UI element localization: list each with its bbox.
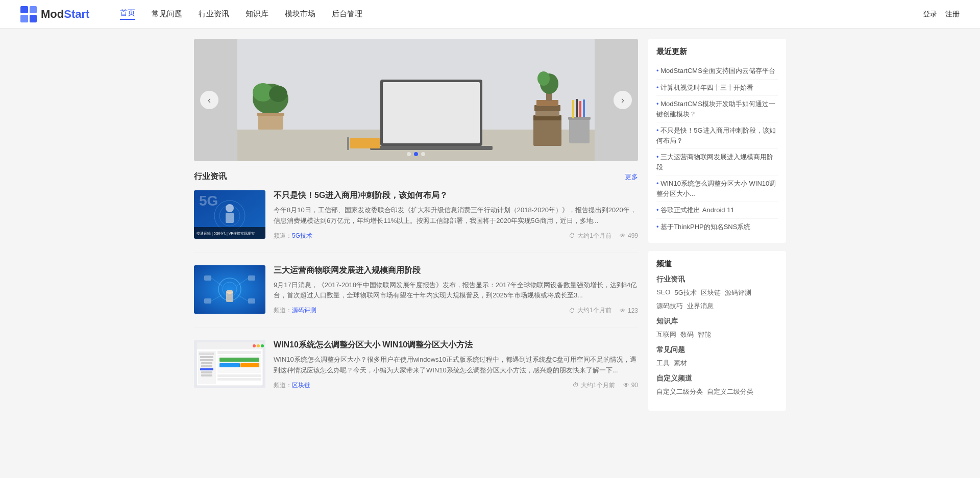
svg-rect-44 — [248, 275, 255, 281]
logo-icon — [20, 6, 37, 22]
channel-tag-seo[interactable]: SEO — [656, 288, 670, 297]
nav-home[interactable]: 首页 — [120, 8, 135, 20]
channel-tag-2[interactable]: 源码评测 — [292, 307, 316, 314]
logo-sq4 — [30, 15, 37, 22]
nav-market[interactable]: 模块市场 — [285, 9, 315, 19]
svg-rect-23 — [568, 117, 591, 120]
channel-tags-knowledge: 互联网 数码 智能 — [656, 330, 778, 339]
article-desc-2: 9月17日消息，《2017-2018年中国物联网发展年度报告》发布，报告显示：2… — [274, 280, 638, 301]
recent-link-3[interactable]: ModStartCMS模块开发助手如何通过一键创建模块？ — [656, 99, 778, 119]
logo-text-start: Start — [64, 8, 89, 21]
main-nav: 首页 常见问题 行业资讯 知识库 模块市场 后台管理 — [120, 8, 923, 20]
article-thumb-1: 5G 交通运输 | 5G时代 | VR连接实现现实 — [194, 190, 265, 239]
channel-tag-codetips[interactable]: 源码技巧 — [656, 301, 683, 311]
carousel-prev-button[interactable]: ‹ — [200, 91, 218, 109]
nav-knowledge[interactable]: 知识库 — [246, 9, 268, 19]
channel-section: 频道 行业资讯 SEO 5G技术 区块链 源码评测 源码技巧 业界消息 知识库 … — [648, 251, 786, 411]
register-button[interactable]: 注册 — [945, 10, 960, 19]
article-info-2: ⏱ 大约1个月前 👁 123 — [569, 306, 638, 315]
svg-point-57 — [261, 344, 264, 347]
article-meta-2: 频道：源码评测 ⏱ 大约1个月前 👁 123 — [274, 306, 638, 315]
article-title-1[interactable]: 不只是快！5G进入商用冲刺阶段，该如何布局？ — [274, 190, 638, 201]
list-item: ModStartCMS模块开发助手如何通过一键创建模块？ — [656, 96, 778, 122]
recent-link-8[interactable]: 基于ThinkPHP的知名SNS系统 — [656, 222, 778, 232]
thumb-win10-image — [194, 340, 265, 388]
svg-rect-62 — [201, 362, 212, 364]
channel-tag-1[interactable]: 5G技术 — [292, 232, 312, 239]
svg-rect-46 — [248, 298, 255, 304]
channel-tag-tools[interactable]: 工具 — [656, 359, 670, 368]
article-time-2: ⏱ 大约1个月前 — [569, 306, 611, 315]
clock-icon: ⏱ — [569, 307, 575, 314]
svg-point-21 — [537, 71, 550, 86]
article-meta-1: 频道：5G技术 ⏱ 大约1个月前 👁 499 — [274, 232, 638, 240]
channel-tags-industry: SEO 5G技术 区块链 源码评测 源码技巧 业界消息 — [656, 288, 778, 311]
carousel-next-button[interactable]: › — [614, 91, 632, 109]
svg-rect-10 — [383, 82, 480, 143]
channel-tags-custom: 自定义二级分类 自定义二级分类 — [656, 387, 778, 396]
main-wrapper: ‹ › 行业资讯 更多 — [184, 29, 796, 429]
channel-tag-biz[interactable]: 业界消息 — [687, 301, 714, 311]
list-item: WIN10系统怎么调整分区大小 WIN10调整分区大小... — [656, 175, 778, 202]
article-time-3: ⏱ 大约1个月前 — [573, 381, 615, 390]
carousel-dot-3[interactable] — [421, 152, 425, 156]
logo-sq2 — [30, 6, 37, 14]
industry-more-link[interactable]: 更多 — [625, 172, 638, 182]
site-header: ModStart 首页 常见问题 行业资讯 知识库 模块市场 后台管理 登录 注… — [0, 0, 980, 29]
channel-tag-custom2[interactable]: 自定义二级分类 — [707, 387, 753, 396]
list-item: 三大运营商物联网发展进入规模商用阶段 — [656, 149, 778, 175]
content-area: ‹ › 行业资讯 更多 — [194, 39, 638, 419]
nav-industry[interactable]: 行业资讯 — [199, 9, 229, 19]
svg-rect-34 — [226, 213, 234, 223]
channel-name-custom: 自定义频道 — [656, 374, 778, 383]
svg-rect-11 — [370, 146, 493, 150]
logo[interactable]: ModStart — [20, 6, 89, 22]
article-item: 三大运营商物联网发展进入规模商用阶段 9月17日消息，《2017-2018年中国… — [194, 265, 638, 328]
svg-rect-14 — [533, 118, 561, 146]
channel-name-knowledge: 知识库 — [656, 317, 778, 326]
article-item: WIN10系统怎么调整分区大小 WIN10调整分区大小方法 WIN10系统怎么调… — [194, 340, 638, 402]
svg-rect-13 — [347, 137, 349, 150]
recent-list: ModStartCMS全面支持国内云储存平台 计算机视觉时年四十三十开始看 Mo… — [656, 63, 778, 235]
channel-tag-blockchain[interactable]: 区块链 — [701, 288, 721, 297]
eye-icon: 👁 — [620, 307, 626, 314]
channel-tag-custom1[interactable]: 自定义二级分类 — [656, 387, 703, 396]
article-item: 5G 交通运输 | 5G时代 | VR连接实现现实 不只是快！5G进入商用冲刺阶… — [194, 190, 638, 253]
recent-link-6[interactable]: WIN10系统怎么调整分区大小 WIN10调整分区大小... — [656, 179, 778, 198]
channel-tag-internet[interactable]: 互联网 — [656, 330, 676, 339]
svg-text:5G: 5G — [199, 193, 218, 209]
clock-icon: ⏱ — [573, 382, 579, 389]
channel-custom: 自定义频道 自定义二级分类 自定义二级分类 — [656, 374, 778, 396]
article-title-2[interactable]: 三大运营商物联网发展进入规模商用阶段 — [274, 265, 638, 276]
svg-rect-66 — [201, 374, 212, 376]
channel-tag-5g[interactable]: 5G技术 — [674, 288, 696, 297]
carousel-dot-2[interactable] — [414, 152, 418, 156]
article-desc-1: 今年8月10日，工信部、国家发改委联合印发《扩大和升级信息消费三年行动计划（20… — [274, 205, 638, 227]
svg-rect-38 — [194, 265, 265, 314]
channel-tag-material[interactable]: 素材 — [674, 359, 687, 368]
carousel-dot-1[interactable] — [407, 152, 411, 156]
recent-link-4[interactable]: 不只是快！5G进入商用冲刺阶段，该如何布局？ — [656, 125, 778, 145]
eye-icon: 👁 — [623, 382, 629, 389]
recent-link-5[interactable]: 三大运营商物联网发展进入规模商用阶段 — [656, 152, 778, 172]
recent-link-7[interactable]: 谷歌正式推出 Android 11 — [656, 205, 778, 215]
carousel-image — [194, 39, 638, 161]
nav-faq[interactable]: 常见问题 — [152, 9, 182, 19]
svg-rect-69 — [219, 358, 259, 362]
article-body-2: 三大运营商物联网发展进入规模商用阶段 9月17日消息，《2017-2018年中国… — [274, 265, 638, 315]
article-views-2: 👁 123 — [620, 307, 638, 314]
recent-link-2[interactable]: 计算机视觉时年四十三十开始看 — [656, 83, 778, 93]
channel-tag-digital[interactable]: 数码 — [680, 330, 694, 339]
article-title-3[interactable]: WIN10系统怎么调整分区大小 WIN10调整分区大小方法 — [274, 340, 638, 350]
svg-rect-25 — [576, 99, 578, 117]
channel-tag-3[interactable]: 区块链 — [292, 382, 310, 389]
article-views-3: 👁 90 — [623, 382, 638, 389]
industry-section-header: 行业资讯 更多 — [194, 171, 638, 182]
nav-admin[interactable]: 后台管理 — [332, 9, 362, 19]
svg-point-33 — [226, 204, 234, 212]
channel-tag-coderev[interactable]: 源码评测 — [725, 288, 751, 297]
recent-link-1[interactable]: ModStartCMS全面支持国内云储存平台 — [656, 66, 778, 76]
login-button[interactable]: 登录 — [923, 10, 937, 19]
chevron-left-icon: ‹ — [208, 95, 211, 106]
channel-tag-smart[interactable]: 智能 — [698, 330, 711, 339]
